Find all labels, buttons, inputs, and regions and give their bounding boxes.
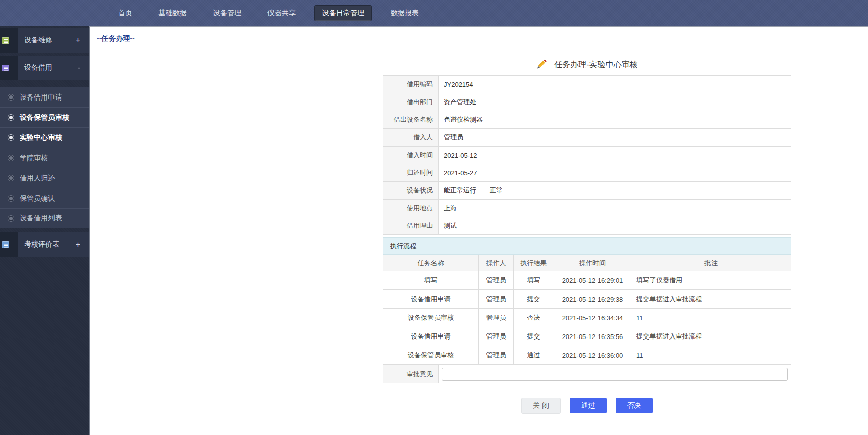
bullet-icon: [9, 136, 13, 139]
table-row: 设备借用申请 管理员 提交 2021-05-12 16:29:38 提交单据进入…: [383, 290, 791, 309]
sidebar-item-custodian-review[interactable]: 设备保管员审核: [0, 107, 89, 127]
sidebar-item-lab-center-review[interactable]: 实验中心审核: [0, 127, 89, 148]
task-sheet: 任务办理-实验中心审核 借用编码JY202154 借出部门资产管理处 借出设备名…: [383, 54, 791, 414]
task-name-cell: 设备借用申请: [383, 327, 479, 346]
sidebar-item-borrow-list[interactable]: 设备借用列表: [0, 208, 89, 228]
result-cell: 提交: [514, 327, 554, 346]
sidebar-item-custodian-confirm[interactable]: 保管员确认: [0, 188, 89, 208]
sidebar-group-evaluation-form[interactable]: 考核评价表 +: [0, 232, 89, 257]
nav-item-data-reports[interactable]: 数据报表: [383, 5, 426, 21]
sidebar-group-label: 设备借用: [18, 56, 78, 80]
table-row: 设备借用申请 管理员 提交 2021-05-12 16:35:56 提交单据进入…: [383, 327, 791, 346]
table-row: 借入时间2021-05-12: [383, 147, 791, 164]
list-icon: [2, 65, 9, 71]
nav-item-equipment-management[interactable]: 设备管理: [205, 5, 249, 21]
bullet-icon: [9, 217, 13, 220]
table-row: 借出设备名称色谱仪检测器: [383, 111, 791, 129]
sidebar-group-equipment-repair[interactable]: 设备维修 +: [0, 28, 89, 53]
field-value: JY202154: [439, 76, 791, 93]
time-cell: 2021-05-12 16:35:56: [554, 327, 631, 346]
result-cell: 否决: [514, 309, 554, 327]
task-name-cell: 设备保管员审核: [383, 346, 479, 365]
table-row: 借用理由测试: [383, 217, 791, 235]
field-value: 测试: [439, 217, 791, 235]
nav-item-instrument-sharing[interactable]: 仪器共享: [260, 5, 303, 21]
result-cell: 填写: [514, 271, 554, 290]
table-row: 设备状况能正常运行 正常: [383, 182, 791, 200]
reject-button[interactable]: 否决: [616, 398, 653, 413]
column-header: 任务名称: [383, 255, 479, 271]
field-label: 使用地点: [383, 200, 439, 217]
list-icon: [2, 37, 9, 44]
sidebar: 设备维修 + 设备借用 - 设备借用申请 设备保管员审核 实验中心审核 学院审核…: [0, 26, 89, 435]
sidebar-item-college-review[interactable]: 学院审核: [0, 148, 89, 168]
table-row: 使用地点上海: [383, 200, 791, 217]
sidebar-group-label: 设备维修: [18, 28, 76, 53]
sidebar-icon-col: [0, 56, 18, 80]
bullet-icon: [9, 176, 13, 180]
breadcrumb-bar: --任务办理--: [90, 27, 868, 51]
note-cell: 提交单据进入审批流程: [631, 290, 791, 309]
sidebar-group-label: 考核评价表: [18, 232, 76, 257]
approval-row: 审批意见: [383, 365, 791, 383]
approve-button[interactable]: 通过: [570, 398, 607, 413]
main-content: --任务办理-- 任务办理-实验中心审核 借用编码JY202154 借出部门资产…: [89, 26, 868, 435]
field-value: 资产管理处: [439, 93, 791, 111]
pencil-icon: [536, 58, 548, 72]
nav-item-daily-management[interactable]: 设备日常管理: [314, 5, 372, 21]
field-label: 借出设备名称: [383, 111, 439, 129]
column-header: 执行结果: [514, 255, 554, 271]
page-title: 任务办理-实验中心审核: [554, 60, 637, 70]
approval-comment-input[interactable]: [442, 368, 788, 381]
breadcrumb: --任务办理--: [97, 34, 135, 43]
bullet-icon: [9, 197, 13, 200]
sidebar-group-equipment-borrow[interactable]: 设备借用 -: [0, 56, 89, 80]
borrow-detail-table: 借用编码JY202154 借出部门资产管理处 借出设备名称色谱仪检测器 借入人管…: [383, 75, 791, 235]
sidebar-item-label: 借用人归还: [20, 174, 55, 183]
time-cell: 2021-05-12 16:29:01: [554, 271, 631, 290]
note-cell: 11: [631, 309, 791, 327]
field-value: 色谱仪检测器: [439, 111, 791, 129]
time-cell: 2021-05-12 16:34:34: [554, 309, 631, 327]
bullet-icon: [9, 156, 13, 160]
table-row: 借用编码JY202154: [383, 76, 791, 93]
process-section-header: 执行流程: [383, 237, 791, 255]
field-value: 2021-05-27: [439, 164, 791, 182]
field-label: 设备状况: [383, 182, 439, 200]
operator-cell: 管理员: [479, 346, 514, 365]
table-row: 审批意见: [383, 365, 791, 383]
main-nav: 首页 基础数据 设备管理 仪器共享 设备日常管理 数据报表: [89, 0, 432, 26]
note-cell: 11: [631, 346, 791, 365]
operator-cell: 管理员: [479, 290, 514, 309]
table-header-row: 任务名称 操作人 执行结果 操作时间 批注: [383, 255, 791, 271]
operator-cell: 管理员: [479, 327, 514, 346]
close-button[interactable]: 关 闭: [521, 398, 561, 414]
column-header: 操作时间: [554, 255, 631, 271]
action-button-row: 关 闭 通过 否决: [383, 398, 791, 414]
sidebar-icon-col: [0, 232, 18, 257]
table-row: 填写 管理员 填写 2021-05-12 16:29:01 填写了仪器借用: [383, 271, 791, 290]
task-name-cell: 设备保管员审核: [383, 309, 479, 327]
field-label: 归还时间: [383, 164, 439, 182]
top-bar: 首页 基础数据 设备管理 仪器共享 设备日常管理 数据报表: [0, 0, 868, 26]
field-label: 借出部门: [383, 93, 439, 111]
sidebar-item-label: 保管员确认: [20, 194, 55, 203]
field-value: 2021-05-12: [439, 147, 791, 164]
table-row: 归还时间2021-05-27: [383, 164, 791, 182]
sidebar-item-label: 设备借用列表: [20, 214, 62, 223]
sidebar-icon-col: [0, 28, 18, 53]
sidebar-item-borrower-return[interactable]: 借用人归还: [0, 168, 89, 188]
column-header: 批注: [631, 255, 791, 271]
field-label: 借入人: [383, 129, 439, 147]
nav-item-basic-data[interactable]: 基础数据: [151, 5, 194, 21]
field-label: 借入时间: [383, 147, 439, 164]
table-row: 借入人管理员: [383, 129, 791, 147]
process-table: 任务名称 操作人 执行结果 操作时间 批注 填写 管理员 填写 2021-05-…: [383, 255, 791, 365]
field-label: 借用编码: [383, 76, 439, 93]
time-cell: 2021-05-12 16:29:38: [554, 290, 631, 309]
sidebar-item-label: 实验中心审核: [20, 133, 62, 142]
approval-label: 审批意见: [383, 365, 439, 383]
sidebar-item-borrow-apply[interactable]: 设备借用申请: [0, 87, 89, 107]
nav-item-home[interactable]: 首页: [111, 5, 140, 21]
list-icon: [2, 241, 9, 248]
